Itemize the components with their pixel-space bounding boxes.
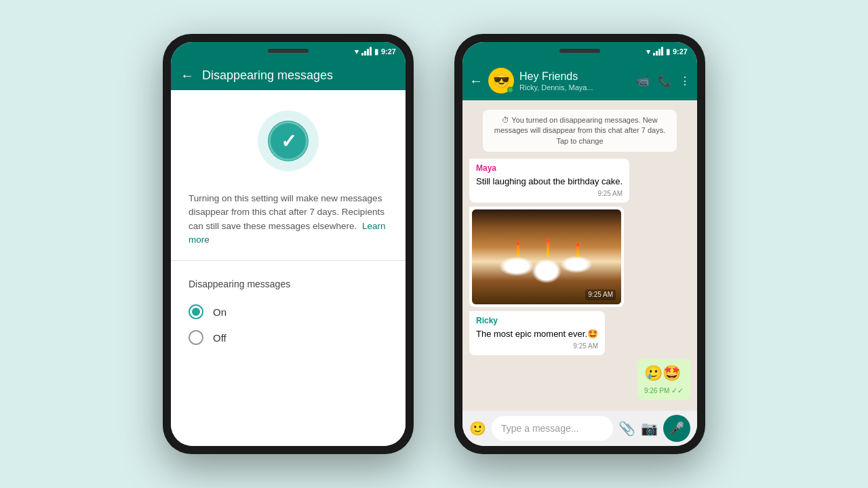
system-message-text: You turned on disappearing messages. New… <box>494 116 666 145</box>
voice-call-icon[interactable]: 📞 <box>658 75 671 87</box>
group-name: Hey Friends <box>519 70 631 83</box>
message-text-3: The most epic moment ever.🤩 <box>476 328 598 340</box>
battery-icon-2: ▮ <box>666 47 670 56</box>
status-icons-2: ▾ ▮ 9:27 <box>646 47 688 56</box>
online-indicator <box>507 87 513 93</box>
input-placeholder: Type a message... <box>501 423 578 434</box>
message-input[interactable]: Type a message... <box>492 416 613 441</box>
wifi-icon: ▾ <box>355 47 359 56</box>
system-notification[interactable]: ⏱ You turned on disappearing messages. N… <box>483 110 677 152</box>
timer-icon-circle: ✓ <box>258 110 319 171</box>
timer-system-icon: ⏱ <box>502 116 509 124</box>
header-actions: 📹 📞 ⋮ <box>636 75 690 87</box>
radio-off-button[interactable] <box>189 330 203 345</box>
back-button-2[interactable]: ← <box>469 73 483 89</box>
chat-messages: ⏱ You turned on disappearing messages. N… <box>462 100 697 411</box>
sender-name-maya: Maya <box>476 163 623 174</box>
mic-icon: 🎤 <box>669 421 684 436</box>
phone-speaker-1 <box>268 49 309 53</box>
battery-icon: ▮ <box>374 47 378 56</box>
description-area: Turning on this setting will make new me… <box>171 185 406 260</box>
message-text-1: Still laughing about the birthday cake. <box>476 176 623 188</box>
phone-2: ▾ ▮ 9:27 ← 😎 <box>454 34 705 454</box>
divider-1 <box>171 260 406 261</box>
candle-3 <box>576 246 579 257</box>
phone-speaker-2 <box>559 49 600 53</box>
message-time-1: 9:25 AM <box>476 189 623 199</box>
message-maya-text: Maya Still laughing about the birthday c… <box>469 159 629 203</box>
radio-on-button[interactable] <box>189 304 203 319</box>
image-time: 9:25 AM <box>585 289 616 300</box>
message-cake-image: 9:25 AM <box>469 207 624 307</box>
flame-1 <box>517 241 520 245</box>
emoji-content: 🥲🤩 <box>644 365 681 382</box>
chat-info: Hey Friends Ricky, Dennis, Maya... <box>519 70 631 91</box>
time-display-1: 9:27 <box>381 47 396 56</box>
group-members: Ricky, Dennis, Maya... <box>519 83 631 92</box>
message-time-4: 9:26 PM ✓✓ <box>644 386 684 396</box>
phone-1: ▾ ▮ 9:27 ← Disappearing messages <box>163 34 414 454</box>
clock-face: ✓ <box>268 121 309 161</box>
icon-area: ✓ <box>171 90 406 185</box>
candle-1 <box>517 245 519 257</box>
message-sent-emoji: 🥲🤩 9:26 PM ✓✓ <box>637 359 690 400</box>
flame-3 <box>576 242 580 247</box>
emoji-input-icon[interactable]: 🙂 <box>469 420 486 436</box>
group-avatar: 😎 <box>488 68 514 94</box>
description-text: Turning on this setting will make new me… <box>189 193 384 231</box>
flame-2 <box>547 238 550 243</box>
time-display-2: 9:27 <box>673 47 688 56</box>
more-options-icon[interactable]: ⋮ <box>679 75 690 87</box>
check-icon: ✓ <box>281 130 296 152</box>
radio-on-label: On <box>213 306 226 318</box>
cake-photo: 9:25 AM <box>472 209 621 304</box>
signal-icon-2 <box>653 47 663 56</box>
radio-off-option[interactable]: Off <box>171 325 406 350</box>
radio-off-label: Off <box>213 332 226 344</box>
status-icons-1: ▾ ▮ 9:27 <box>355 47 396 56</box>
candle-2 <box>547 242 549 257</box>
read-ticks: ✓✓ <box>671 386 684 394</box>
attachment-icon[interactable]: 📎 <box>618 420 635 436</box>
video-call-icon[interactable]: 📹 <box>636 75 650 87</box>
app-header-1: ← Disappearing messages <box>171 61 406 90</box>
section-label: Disappearing messages <box>171 272 406 299</box>
message-time-3: 9:25 AM <box>476 342 598 351</box>
mic-button[interactable]: 🎤 <box>663 415 690 442</box>
message-ricky-text: Ricky The most epic moment ever.🤩 9:25 A… <box>469 311 605 355</box>
chat-header: ← 😎 Hey Friends Ricky, Dennis, Maya... 📹… <box>462 61 697 100</box>
signal-icon <box>361 47 372 56</box>
back-button-1[interactable]: ← <box>180 68 194 83</box>
disappearing-messages-screen: ✓ Turning on this setting will make new … <box>171 90 406 446</box>
sender-name-ricky: Ricky <box>476 315 598 327</box>
radio-on-selected <box>192 308 200 316</box>
camera-icon[interactable]: 📷 <box>641 420 658 436</box>
chat-input-bar: 🙂 Type a message... 📎 📷 🎤 <box>462 411 697 446</box>
page-title-1: Disappearing messages <box>202 68 396 83</box>
wifi-icon-2: ▾ <box>646 47 650 56</box>
radio-on-option[interactable]: On <box>171 299 406 325</box>
